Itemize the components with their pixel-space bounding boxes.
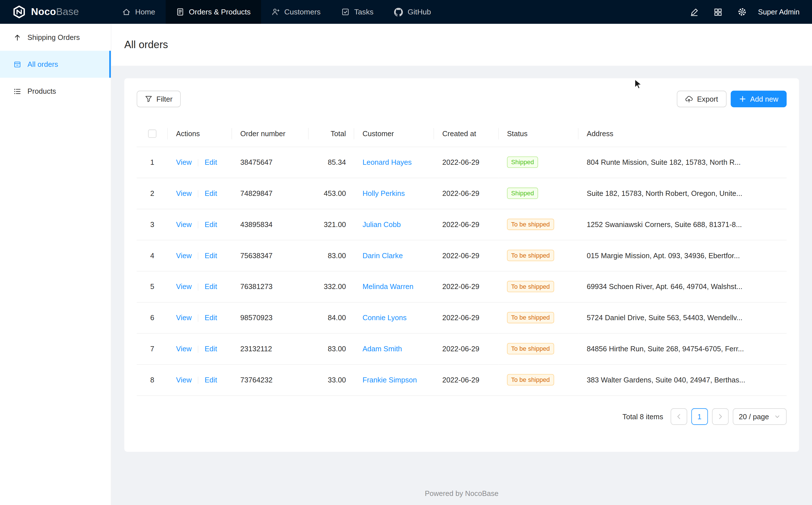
created-at-cell: 2022-06-29 [434,302,499,333]
order-number-cell: 98570923 [232,302,309,333]
page-size-select[interactable]: 20 / page [733,408,787,425]
view-link[interactable]: View [176,251,192,259]
created-at-cell: 2022-06-29 [434,271,499,302]
column-header: Status [499,121,579,147]
cloud-upload-icon [685,95,693,103]
main-content: All orders Filter Export [111,24,812,505]
row-index: 7 [137,333,168,364]
brand-name-bold: Noco [31,6,56,17]
edit-link[interactable]: Edit [205,313,217,322]
customer-link[interactable]: Leonard Hayes [362,158,412,166]
customer-cell: Leonard Hayes [354,147,434,178]
view-link[interactable]: View [176,313,192,322]
list-icon [14,87,21,95]
export-button[interactable]: Export [677,91,726,107]
row-index: 2 [137,178,168,209]
address-cell: 804 Runte Mission, Suite 182, 15783, Nor… [579,147,787,178]
status-badge: To be shipped [507,281,554,292]
edit-link[interactable]: Edit [205,282,217,291]
customer-cell: Connie Lyons [354,302,434,333]
sidebar-item-label: All orders [27,60,58,68]
total-cell: 33.00 [309,364,354,395]
edit-link[interactable]: Edit [205,251,217,259]
status-badge: Shipped [507,188,538,199]
view-link[interactable]: View [176,376,192,384]
export-button-label: Export [697,95,718,103]
view-link[interactable]: View [176,344,192,353]
status-cell: To be shipped [499,271,579,302]
filter-button[interactable]: Filter [137,91,181,107]
address-cell: 1252 Swaniawski Corners, Suite 688, 8137… [579,209,787,240]
total-cell: 84.00 [309,302,354,333]
edit-link[interactable]: Edit [205,376,217,384]
sidebar-menu: Shipping OrdersAll ordersProducts [0,24,111,105]
total-cell: 453.00 [309,178,354,209]
edit-link[interactable]: Edit [205,344,217,353]
table-header-row: ActionsOrder numberTotalCustomerCreated … [137,121,787,147]
highlighter-icon[interactable] [686,3,703,21]
customer-link[interactable]: Holly Perkins [362,189,405,197]
nav-item-label: GitHub [408,8,431,16]
column-header: Address [579,121,787,147]
table-row: 5ViewEdit76381273332.00Melinda Warren202… [137,271,787,302]
filter-button-label: Filter [157,95,173,103]
sidebar-item-products[interactable]: Products [0,78,111,105]
customer-link[interactable]: Adam Smith [362,344,402,353]
view-link[interactable]: View [176,282,192,291]
powered-by-text: Powered by NocoBase [425,489,499,497]
apps-grid-icon[interactable] [709,3,727,21]
select-all-checkbox[interactable] [148,130,156,138]
customer-link[interactable]: Frankie Simpson [362,376,417,384]
customer-link[interactable]: Julian Cobb [362,220,400,228]
view-link[interactable]: View [176,189,192,197]
table-row: 3ViewEdit43895834321.00Julian Cobb2022-0… [137,209,787,240]
nav-item-tasks[interactable]: Tasks [331,0,384,24]
status-cell: To be shipped [499,209,579,240]
total-cell: 83.00 [309,333,354,364]
nocobase-logo-icon [12,5,26,19]
nav-item-home[interactable]: Home [112,0,166,24]
edit-link[interactable]: Edit [205,189,217,197]
created-at-cell: 2022-06-29 [434,209,499,240]
action-divider [198,221,198,229]
sidebar-item-all-orders[interactable]: All orders [0,51,111,77]
toolbar: Filter Export Add new [137,91,787,107]
status-badge: To be shipped [507,312,554,323]
actions-cell: ViewEdit [168,178,232,209]
sidebar-item-label: Products [27,87,56,96]
customer-link[interactable]: Connie Lyons [362,313,407,322]
actions-cell: ViewEdit [168,302,232,333]
created-at-cell: 2022-06-29 [434,147,499,178]
table-row: 6ViewEdit9857092384.00Connie Lyons2022-0… [137,302,787,333]
nav-item-github[interactable]: GitHub [384,0,441,24]
edit-link[interactable]: Edit [205,220,217,228]
topbar-actions: Super Admin [679,0,812,24]
nav-item-customers[interactable]: Customers [261,0,331,24]
settings-gear-icon[interactable] [733,3,751,21]
arrow-up-icon [14,33,21,41]
orders-icon [176,8,184,16]
pagination: Total 8 items 1 20 / page [137,408,787,425]
page-1-button[interactable]: 1 [691,408,708,425]
orders-table: ActionsOrder numberTotalCustomerCreated … [137,121,787,395]
status-cell: To be shipped [499,333,579,364]
nocobase-logo[interactable]: NocoBase [0,0,112,24]
actions-cell: ViewEdit [168,271,232,302]
customer-cell: Melinda Warren [354,271,434,302]
view-link[interactable]: View [176,220,192,228]
sidebar-item-shipping-orders[interactable]: Shipping Orders [0,24,111,51]
address-cell: 69934 Schoen River, Apt. 646, 49704, Wal… [579,271,787,302]
add-new-button[interactable]: Add new [731,91,787,107]
prev-page-button[interactable] [670,408,687,425]
row-index: 8 [137,364,168,395]
status-badge: To be shipped [507,218,554,230]
user-menu[interactable]: Super Admin [758,8,800,16]
customer-link[interactable]: Darin Clarke [362,251,402,260]
address-cell: 5724 Daniel Drive, Suite 563, 54403, Wen… [579,302,787,333]
next-page-button[interactable] [712,408,729,425]
customer-link[interactable]: Melinda Warren [362,283,414,291]
edit-link[interactable]: Edit [205,158,217,166]
nav-item-orders-products[interactable]: Orders & Products [166,0,261,24]
created-at-cell: 2022-06-29 [434,364,499,395]
view-link[interactable]: View [176,158,192,166]
